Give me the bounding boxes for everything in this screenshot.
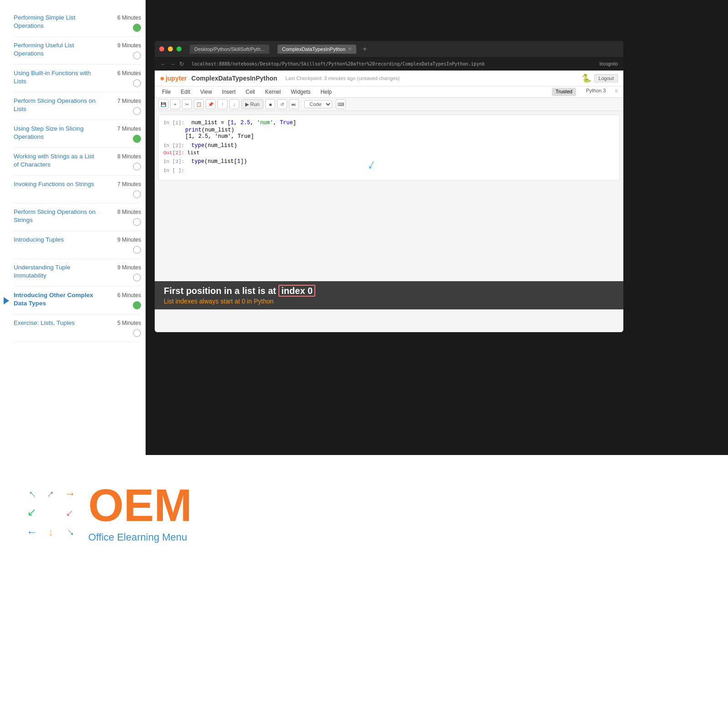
tab-2-close[interactable]: ✕ (348, 46, 352, 51)
back-btn[interactable]: ← (160, 61, 166, 67)
jupyter-logout-btn[interactable]: Logout (594, 74, 618, 82)
sidebar-item-minutes-1: 6 Minutes (117, 15, 141, 21)
interrupt-btn[interactable]: ■ (265, 99, 275, 109)
sidebar-item-minutes-8: 8 Minutes (117, 209, 141, 215)
menu-kernel[interactable]: Kernel (263, 88, 283, 96)
window-minimize-btn[interactable] (168, 46, 173, 51)
restart-btn[interactable]: ↺ (277, 99, 287, 109)
sidebar-item-title-1: Performing Simple List Operations (14, 14, 100, 30)
cell-3-in: In [3]: type(num_list[1]) (163, 158, 615, 165)
annotation-title-highlight: index 0 (278, 285, 315, 297)
oem-text-block: OEM Office Elearning Menu (88, 482, 192, 543)
move-up-btn[interactable]: ↑ (217, 99, 228, 109)
sidebar-item-status-12 (133, 329, 141, 337)
sidebar-item-status-1 (133, 24, 141, 32)
jupyter-area: ⎈ jupyter ComplexDataTypesInPython Last … (155, 71, 623, 332)
sidebar-item-8[interactable]: Perform Slicing Operations on Strings8 M… (14, 203, 141, 231)
arrow-9: ↓ (57, 519, 83, 545)
window-close-btn[interactable] (159, 46, 164, 51)
annotation-subtitle: List indexes always start at 0 in Python (164, 298, 614, 305)
sidebar-item-minutes-2: 9 Minutes (117, 42, 141, 49)
kernel-status-icon: ○ (615, 88, 618, 96)
oem-big-text: OEM (88, 482, 192, 528)
menu-view[interactable]: View (198, 88, 214, 96)
sidebar: Performing Simple List Operations6 Minut… (0, 0, 146, 455)
cell-2[interactable]: In [2]: type(num_list) Out[2]: list (163, 142, 615, 156)
sidebar-item-5[interactable]: Using Step Size in Slicing Operations7 M… (14, 120, 141, 148)
sidebar-item-title-5: Using Step Size in Slicing Operations (14, 125, 100, 141)
main-video-area: Desktop/Python/SkillSoft/Pyth... Complex… (146, 0, 728, 455)
cell-4-in-label: In [ ]: (163, 168, 184, 173)
sidebar-item-title-8: Perform Slicing Operations on Strings (14, 208, 100, 224)
trusted-badge: Trusted (552, 88, 576, 96)
browser-tab-2[interactable]: ComplexDataTypesInPython ✕ (278, 45, 356, 54)
notebook-cells: In [1]: num_list = [1, 2.5, 'num', True]… (158, 115, 620, 181)
sidebar-item-status-5 (133, 135, 141, 143)
sidebar-item-minutes-5: 7 Minutes (117, 126, 141, 132)
cell-3[interactable]: In [3]: type(num_list[1]) (163, 158, 615, 165)
cell-type-select[interactable]: Code (304, 100, 332, 108)
sidebar-item-12[interactable]: Exercise: Lists, Tuples5 Minutes (14, 314, 141, 342)
sidebar-item-10[interactable]: Understanding Tuple Immutability9 Minute… (14, 259, 141, 287)
cell-2-out-label: Out[2]: list (163, 150, 615, 156)
sidebar-item-4[interactable]: Perform Slicing Operations on Lists7 Min… (14, 92, 141, 120)
keyboard-btn[interactable]: ⌨ (336, 99, 346, 109)
menu-widgets[interactable]: Widgets (289, 88, 312, 96)
sidebar-item-status-8 (133, 218, 141, 226)
copy-btn[interactable]: 📋 (194, 99, 204, 109)
arrow-4: ↗ (23, 504, 41, 522)
sidebar-item-minutes-7: 7 Minutes (117, 181, 141, 187)
cell-2-in: In [2]: type(num_list) (163, 142, 615, 149)
forward-btn[interactable]: → (170, 61, 176, 67)
python-logo-icon: 🐍 (581, 73, 592, 83)
sidebar-item-7[interactable]: Invoking Functions on Strings7 Minutes (14, 176, 141, 203)
sidebar-item-1[interactable]: Performing Simple List Operations6 Minut… (14, 9, 141, 37)
annotation-title: First position in a list is at index 0 (164, 286, 614, 296)
restart-run-btn[interactable]: ⏭ (289, 99, 299, 109)
browser-tab-1[interactable]: Desktop/Python/SkillSoft/Pyth... (190, 45, 269, 54)
cell-1-code: num_list = [1, 2.5, 'num', True] (191, 120, 296, 126)
sidebar-item-title-2: Performing Useful List Operations (14, 41, 100, 58)
sidebar-item-minutes-10: 9 Minutes (117, 264, 141, 271)
paste-btn[interactable]: 📌 (206, 99, 216, 109)
tab-2-label: ComplexDataTypesInPython (282, 46, 345, 52)
menu-file[interactable]: File (160, 88, 172, 96)
cut-btn[interactable]: ✂ (182, 99, 192, 109)
sidebar-item-minutes-9: 9 Minutes (117, 237, 141, 243)
window-maximize-btn[interactable] (177, 46, 182, 51)
sidebar-item-11[interactable]: Introducing Other Complex Data Types6 Mi… (14, 287, 141, 314)
jupyter-logo-text: jupyter (166, 75, 187, 82)
new-tab-btn[interactable]: + (363, 45, 367, 53)
sidebar-item-6[interactable]: Working with Strings as a List of Charac… (14, 148, 141, 176)
menu-help[interactable]: Help (319, 88, 334, 96)
cell-2-code: type(num_list) (191, 142, 237, 149)
jupyter-notebook-name[interactable]: ComplexDataTypesInPython (192, 75, 278, 82)
move-down-btn[interactable]: ↓ (229, 99, 239, 109)
sidebar-item-2[interactable]: Performing Useful List Operations9 Minut… (14, 37, 141, 65)
sidebar-item-title-12: Exercise: Lists, Tuples (14, 319, 100, 327)
menu-cell[interactable]: Cell (244, 88, 257, 96)
add-cell-btn[interactable]: + (170, 99, 180, 109)
run-btn[interactable]: ▶ Run (241, 99, 263, 109)
run-label: ▶ Run (245, 101, 259, 107)
arrow-7: ← (23, 523, 41, 541)
sidebar-item-title-11: Introducing Other Complex Data Types (14, 291, 100, 308)
menu-insert[interactable]: Insert (220, 88, 238, 96)
save-btn[interactable]: 💾 (158, 99, 168, 109)
cell-3-in-label: In [3]: (163, 159, 184, 164)
browser-urlbar: ← → ↻ localhost:8888/notebooks/Desktop/P… (155, 57, 623, 71)
sidebar-item-minutes-6: 8 Minutes (117, 153, 141, 160)
sidebar-item-minutes-12: 5 Minutes (117, 320, 141, 326)
cell-2-in-label: In [2]: (163, 143, 184, 148)
jupyter-menubar: File Edit View Insert Cell Kernel Widget… (155, 86, 623, 98)
browser-topbar: Desktop/Python/SkillSoft/Pyth... Complex… (155, 41, 623, 57)
cell-1[interactable]: In [1]: num_list = [1, 2.5, 'num', True]… (163, 120, 615, 140)
sidebar-item-minutes-3: 6 Minutes (117, 70, 141, 76)
sidebar-item-3[interactable]: Using Built-in Functions with Lists6 Min… (14, 65, 141, 92)
menu-edit[interactable]: Edit (179, 88, 192, 96)
sidebar-item-9[interactable]: Introducing Tuples9 Minutes (14, 231, 141, 259)
sidebar-item-status-4 (133, 107, 141, 115)
reload-btn[interactable]: ↻ (179, 61, 184, 67)
cell-4[interactable]: In [ ]: (163, 167, 615, 174)
url-display[interactable]: localhost:8888/notebooks/Desktop/Python/… (192, 61, 596, 66)
